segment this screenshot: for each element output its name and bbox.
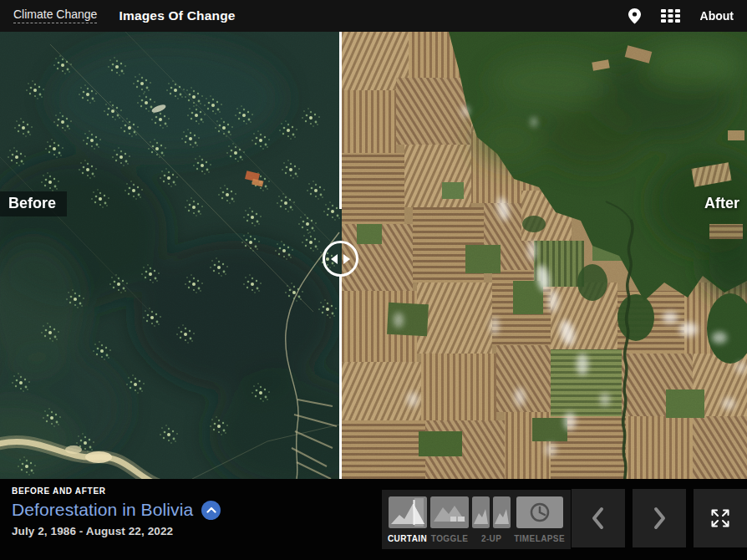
two-up-mode-icon <box>472 496 511 528</box>
view-mode-switcher: CURTAIN TOGGLE 2-UP TIMELAPSE <box>382 490 571 549</box>
mode-2up-button[interactable]: 2-UP <box>472 496 511 549</box>
curtain-slider-handle[interactable] <box>323 241 358 277</box>
mode-label: CURTAIN <box>388 534 427 543</box>
bottom-bar: BEFORE AND AFTER Deforestation in Bolivi… <box>0 479 747 560</box>
after-label: After <box>704 196 739 211</box>
curtain-divider <box>339 276 342 479</box>
mode-timelapse-button[interactable]: TIMELAPSE <box>514 496 565 549</box>
date-range: July 2, 1986 - August 22, 2022 <box>12 525 221 537</box>
climate-change-link[interactable]: Climate Change <box>13 8 97 23</box>
toggle-mode-icon <box>430 496 469 528</box>
grid-menu-icon[interactable] <box>661 9 680 23</box>
image-title-link[interactable]: Deforestation in Bolivia <box>12 500 193 520</box>
location-pin-icon[interactable] <box>628 8 641 24</box>
previous-image-button[interactable] <box>572 489 625 547</box>
comparison-viewer: Before After <box>0 32 747 479</box>
mode-curtain-button[interactable]: CURTAIN <box>388 496 427 549</box>
mode-label: TIMELAPSE <box>514 534 565 543</box>
chevron-up-icon <box>206 507 216 513</box>
after-satellite-image <box>342 32 747 479</box>
arrow-right-icon <box>343 254 350 264</box>
mode-toggle-button[interactable]: TOGGLE <box>430 496 469 549</box>
before-satellite-image <box>0 32 340 479</box>
header-actions: About <box>628 8 734 24</box>
fullscreen-expand-icon <box>709 507 732 530</box>
top-bar: Climate Change Images Of Change About <box>0 0 747 32</box>
mode-label: 2-UP <box>481 534 501 543</box>
image-info: BEFORE AND AFTER Deforestation in Bolivi… <box>12 486 221 537</box>
next-image-button[interactable] <box>633 489 686 547</box>
chevron-left-icon <box>590 506 607 531</box>
timelapse-mode-icon <box>516 496 563 528</box>
page-title: Images Of Change <box>119 8 235 23</box>
arrow-left-icon <box>331 254 338 264</box>
about-link[interactable]: About <box>700 9 734 23</box>
fullscreen-button[interactable] <box>694 489 747 547</box>
curtain-mode-icon <box>389 496 427 528</box>
mode-label: TOGGLE <box>431 534 468 543</box>
chevron-right-icon <box>651 506 668 531</box>
curtain-divider <box>339 32 342 209</box>
before-label: Before <box>0 191 67 216</box>
comparison-kicker: BEFORE AND AFTER <box>12 486 221 496</box>
collapse-panel-button[interactable] <box>201 501 221 520</box>
